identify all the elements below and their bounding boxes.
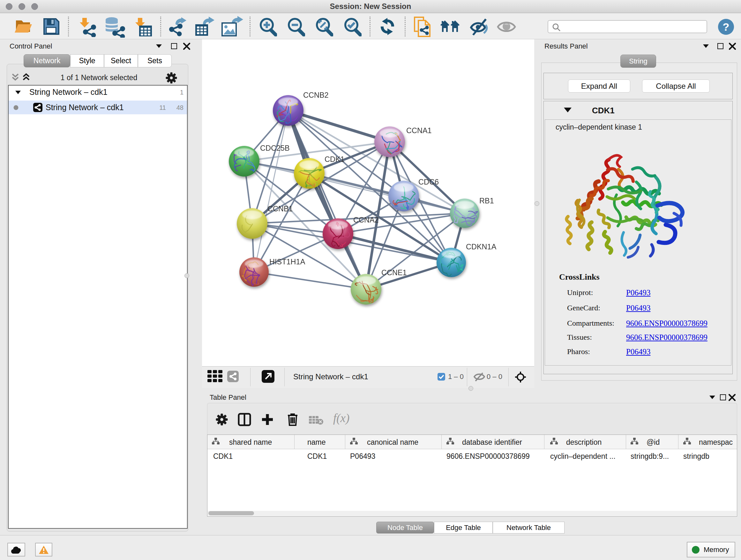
svg-text:CCNB1: CCNB1 bbox=[267, 205, 293, 213]
svg-text:CCNE1: CCNE1 bbox=[381, 268, 407, 277]
svg-text:?: ? bbox=[723, 21, 730, 33]
svg-text:CDKN1A: CDKN1A bbox=[466, 243, 496, 251]
svg-text:CCNA2: CCNA2 bbox=[353, 216, 379, 224]
svg-text:CCNB2: CCNB2 bbox=[303, 91, 329, 99]
svg-text:CDC25B: CDC25B bbox=[260, 144, 290, 152]
svg-text:RB1: RB1 bbox=[479, 197, 494, 205]
svg-text:CDC6: CDC6 bbox=[418, 178, 439, 186]
svg-text:CDK1: CDK1 bbox=[325, 155, 345, 164]
svg-text:CCNA1: CCNA1 bbox=[406, 126, 432, 135]
svg-text:HIST1H1A: HIST1H1A bbox=[269, 258, 306, 266]
